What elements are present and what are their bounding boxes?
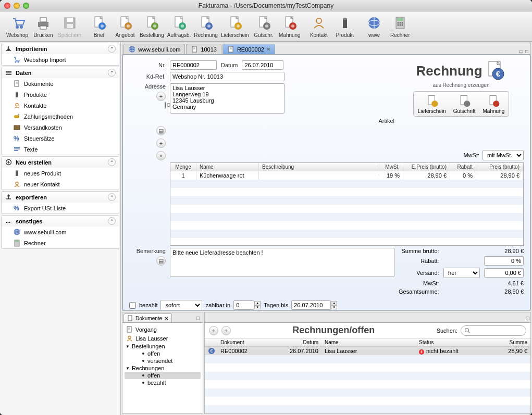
sidebar-header-exportieren[interactable]: exportieren⌃ — [2, 192, 119, 203]
tab-dokumente[interactable]: Dokumente ✕ — [123, 313, 172, 322]
col-name[interactable]: Name — [196, 163, 259, 171]
col-besch[interactable]: Beschreibung — [259, 163, 379, 171]
sidebar-item-kontakte[interactable]: Kontakte — [2, 100, 119, 111]
bemerkung-add-icon[interactable]: ▤ — [156, 256, 166, 266]
sidebar-item-rechner[interactable]: Rechner — [2, 237, 119, 248]
due-stepper[interactable]: ▲▼ — [291, 300, 337, 310]
bemerkung-input[interactable] — [170, 248, 394, 277]
gen-lieferschein[interactable]: Lieferschein — [415, 93, 449, 115]
sidebar-header-daten[interactable]: Daten⌃ — [2, 67, 119, 78]
due-up-icon[interactable]: ▲ — [331, 301, 337, 305]
step-down-icon[interactable]: ▼ — [254, 305, 261, 309]
tree-item[interactable]: ▼Bestellungen — [125, 343, 201, 350]
sidebar-item-export-ust-liste[interactable]: %Export USt-Liste — [2, 203, 119, 213]
maximize-icon[interactable]: □ — [525, 48, 528, 54]
close-icon[interactable]: ✕ — [164, 316, 168, 321]
list-new-icon[interactable]: + — [221, 326, 231, 335]
tab-10013[interactable]: 10013 — [186, 44, 221, 54]
toolbar-produkt[interactable]: Produkt — [332, 14, 358, 39]
chevron-up-icon[interactable]: ⌃ — [108, 158, 116, 166]
col-rabatt[interactable]: Rabatt — [450, 163, 476, 171]
col-name[interactable]: Name — [321, 338, 416, 346]
list-row[interactable]: €RE00000226.07.2010Lisa Lausser!nicht be… — [205, 347, 530, 355]
bezahlt-checkbox[interactable] — [129, 302, 136, 309]
toolbar-mahnung[interactable]: Mahnung — [277, 14, 303, 39]
col-doc[interactable]: Dokument — [217, 338, 280, 346]
toolbar-bestellung[interactable]: Bestellung — [138, 14, 166, 39]
rabatt-input[interactable] — [484, 256, 524, 266]
article-add-doc-icon[interactable]: ▤ — [156, 126, 166, 135]
col-mwst[interactable]: MwSt. — [379, 163, 403, 171]
col-date[interactable]: Datum — [280, 338, 321, 346]
gen-mahnung[interactable]: Mahnung — [480, 93, 508, 115]
due-down-icon[interactable]: ▼ — [331, 305, 337, 309]
col-price[interactable]: Preis (brutto) — [476, 163, 523, 171]
toolbar-auftragsb[interactable]: Auftragsb. — [166, 14, 193, 39]
adresse-input[interactable] — [170, 83, 284, 114]
versand-input[interactable] — [484, 268, 524, 278]
tree-item[interactable]: offen — [125, 372, 201, 379]
chevron-up-icon[interactable]: ⌃ — [108, 193, 116, 201]
tab-www-sebulli-com[interactable]: www.sebulli.com — [123, 44, 185, 54]
toolbar-webshop[interactable]: Webshop — [4, 14, 30, 39]
toolbar-rechner[interactable]: Rechner — [387, 14, 413, 39]
sidebar-header-importieren[interactable]: Importieren⌃ — [2, 43, 119, 54]
toolbar-angebot[interactable]: Angebot — [112, 14, 138, 39]
toolbar-brief[interactable]: Brief — [86, 14, 112, 39]
list-max-icon[interactable]: □ — [526, 315, 529, 321]
col-menge[interactable]: Menge — [170, 163, 196, 171]
toolbar-drucken[interactable]: Drucken — [30, 14, 56, 39]
due-input[interactable] — [291, 300, 331, 310]
toolbar-kontakt[interactable]: Kontakt — [306, 14, 332, 39]
sidebar-item-steuersätze[interactable]: %Steuersätze — [2, 133, 119, 144]
tree-item[interactable]: offen — [125, 350, 201, 357]
list-add-icon[interactable]: + — [209, 326, 218, 335]
toolbar-gutschr[interactable]: Gutschr. — [251, 14, 277, 39]
mwst-select[interactable]: mit MwSt. — [482, 150, 524, 160]
close-icon[interactable]: ✕ — [266, 46, 270, 52]
minimize-icon[interactable]: ▭ — [518, 48, 523, 54]
tree-item[interactable]: Lisa Lausser — [125, 334, 201, 343]
sidebar-item-texte[interactable]: Texte — [2, 144, 119, 155]
toolbar-www[interactable]: www — [361, 14, 387, 39]
tree-max-icon[interactable]: □ — [196, 315, 200, 321]
sidebar-item-produkte[interactable]: Produkte — [2, 89, 119, 100]
sidebar-item-neuer-kontakt[interactable]: neuer Kontakt — [2, 179, 119, 190]
search-box[interactable] — [461, 325, 526, 336]
sidebar-header-sonstiges[interactable]: ...sonstiges⌃ — [2, 216, 119, 227]
table-row[interactable]: 1Küchenwaage rot19 %28,90 €0 %28,90 € — [170, 171, 523, 180]
gen-gutschrift[interactable]: Gutschrift — [450, 93, 479, 115]
sidebar-item-zahlungsmethoden[interactable]: Zahlungsmethoden — [2, 111, 119, 122]
article-remove-icon[interactable]: × — [156, 151, 166, 160]
chevron-up-icon[interactable]: ⌃ — [108, 45, 116, 53]
col-eprice[interactable]: E.Preis (brutto) — [403, 163, 450, 171]
step-up-icon[interactable]: ▲ — [254, 301, 261, 305]
toolbar-lieferschein[interactable]: Lieferschein — [219, 14, 251, 39]
address-add-icon[interactable]: + — [156, 92, 166, 101]
sidebar-header-neu-erstellen[interactable]: Neu erstellen⌃ — [2, 157, 119, 168]
tree-item[interactable]: ▼Rechnungen — [125, 364, 201, 372]
pay-method-select[interactable]: sofort — [160, 300, 202, 310]
col-sum[interactable]: Summe — [489, 338, 530, 346]
search-input[interactable] — [471, 326, 523, 335]
versand-select[interactable]: frei — [443, 268, 480, 278]
tab-RE000002[interactable]: RE000002✕ — [222, 44, 275, 54]
datum-input[interactable] — [242, 60, 283, 70]
sidebar-item-neues-produkt[interactable]: neues Produkt — [2, 168, 119, 179]
chevron-up-icon[interactable]: ⌃ — [108, 217, 116, 225]
days-stepper[interactable]: ▲▼ — [233, 300, 261, 310]
contact-icon[interactable] — [156, 102, 166, 108]
tree-item[interactable]: bezahlt — [125, 379, 201, 386]
sidebar-item-webshop-import[interactable]: Webshop Import — [2, 54, 119, 65]
toolbar-rechnung[interactable]: Rechnung — [192, 14, 219, 39]
col-status[interactable]: Status — [416, 338, 489, 346]
kdref-input[interactable] — [170, 72, 284, 81]
article-add-icon[interactable]: + — [156, 139, 166, 148]
sidebar-item-dokumente[interactable]: Dokumente — [2, 78, 119, 89]
sidebar-item-www-sebulli-com[interactable]: www.sebulli.com — [2, 227, 119, 237]
nr-input[interactable] — [170, 60, 217, 70]
days-input[interactable] — [233, 300, 254, 310]
chevron-up-icon[interactable]: ⌃ — [108, 69, 116, 77]
sidebar-item-versandkosten[interactable]: Versandkosten — [2, 122, 119, 133]
tree-item[interactable]: Vorgang — [125, 325, 201, 334]
